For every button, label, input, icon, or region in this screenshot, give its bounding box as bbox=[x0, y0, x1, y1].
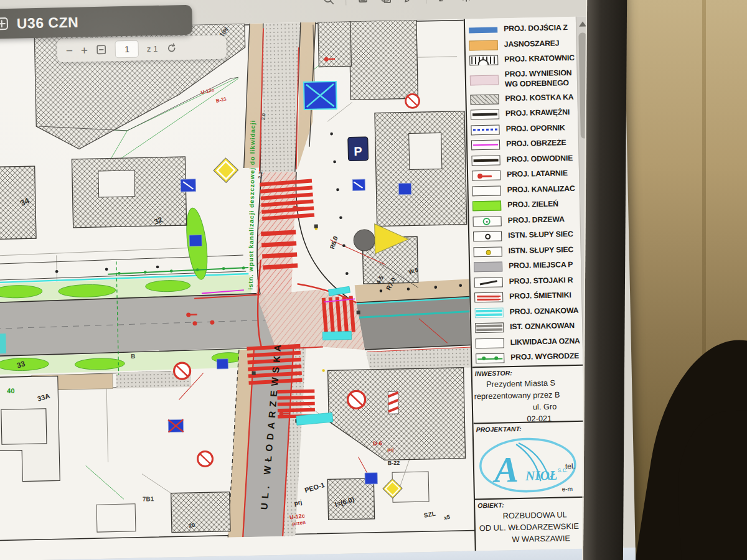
toolbar-divider bbox=[345, 0, 346, 6]
legend-swatch-line-thick bbox=[471, 155, 500, 166]
obiekt-line: W WARSZAWIE bbox=[476, 532, 586, 546]
legend-swatch-empty bbox=[476, 338, 504, 348]
legend-label: PROJ. WYNIESIONWG ODREBNEGO bbox=[505, 68, 572, 90]
map-label: B bbox=[131, 353, 135, 360]
legend-swatch-bars-cyan bbox=[475, 307, 504, 318]
legend-row: PROJ. KOSTKA KA bbox=[470, 90, 577, 107]
zoom-in-button[interactable]: + bbox=[81, 44, 88, 56]
legend-swatch-line-magenta bbox=[471, 140, 500, 151]
page-number-input[interactable]: 1 bbox=[115, 40, 139, 58]
map-label: B-22 bbox=[388, 460, 400, 466]
document-tab-label: U36 CZN bbox=[17, 14, 79, 32]
legend-label: ISTN. SŁUPY SIEC bbox=[508, 230, 573, 241]
legend-panel: PROJ. DOJŚCIA ZJASNOSZAREJPROJ. KRATOWNI… bbox=[464, 17, 587, 551]
legend-swatch-tree bbox=[472, 216, 501, 226]
legend-row: PROJ. DOJŚCIA Z bbox=[469, 21, 576, 38]
legend-label: IST. OZNAKOWAN bbox=[510, 321, 575, 332]
legend-swatch-empty bbox=[472, 185, 500, 196]
legend-row: PROJ. MIEJSCA P bbox=[474, 258, 581, 275]
legend-label: PROJ. KANALIZAC bbox=[507, 184, 575, 195]
projektant-tel: tel. bbox=[565, 462, 575, 470]
document-tab[interactable]: U36 CZN bbox=[0, 5, 192, 39]
logo-letter-a: A bbox=[492, 449, 519, 490]
copy-icon[interactable] bbox=[380, 0, 392, 4]
legend-swatch-grate bbox=[469, 55, 498, 66]
projektant-label: PROJEKTANT: bbox=[473, 421, 584, 434]
legend-label: PROJ. OPORNIK bbox=[505, 123, 565, 134]
legend-row: PROJ. WYGRODZE bbox=[476, 349, 583, 366]
map-label: 7B1 bbox=[143, 495, 154, 502]
legend-row: JASNOSZAREJ bbox=[469, 35, 576, 53]
search-icon[interactable] bbox=[322, 0, 335, 6]
legend-swatch-fence bbox=[476, 353, 504, 364]
legend-label: JASNOSZAREJ bbox=[504, 39, 560, 50]
gear-icon[interactable] bbox=[460, 0, 472, 3]
legend-row: PROJ. KRAWĘŻNI bbox=[471, 105, 578, 123]
legend-swatch-bins bbox=[474, 292, 503, 303]
draw-icon[interactable] bbox=[403, 0, 415, 4]
monitor-screen: Edytuj za p U36 CZN − + 1 z 1 bbox=[0, 0, 636, 560]
legend-row: ISTN. SŁUPY SIEC bbox=[473, 227, 580, 245]
map-canvas[interactable]: UL. WŁODARZEWSKAistn. wpust kanalizacji … bbox=[0, 19, 474, 543]
legend-label: ISTN. SŁUPY SIEC bbox=[508, 245, 573, 256]
toolbar-divider bbox=[426, 0, 426, 4]
map-label: 40 bbox=[7, 387, 14, 394]
legend-row: ISTN. SŁUPY SIEC bbox=[473, 242, 580, 259]
legend-row: PROJ. WYNIESIONWG ODREBNEGO bbox=[469, 66, 577, 92]
map-label: 2.0 bbox=[260, 113, 266, 121]
legend-row: PROJ. KRATOWNIC bbox=[469, 51, 576, 68]
legend-label: PROJ. OZNAKOWA bbox=[510, 306, 579, 317]
legend-row: PROJ. STOJAKI R bbox=[474, 273, 581, 290]
legend-swatch-fill-gray bbox=[474, 262, 502, 273]
photo-of-monitor: Edytuj za p U36 CZN − + 1 z 1 bbox=[0, 0, 747, 560]
legend-swatch-bars-gray bbox=[475, 323, 504, 334]
legend-swatch-fill-pink bbox=[470, 75, 499, 85]
chrome-icon-row bbox=[322, 0, 472, 6]
legend-label: PROJ. ŚMIETNIKI bbox=[509, 291, 571, 302]
pdf-page: UL. WŁODARZEWSKAistn. wpust kanalizacji … bbox=[0, 16, 599, 560]
legend-label: PROJ. ZIELEŃ bbox=[507, 200, 558, 211]
legend-label: PROJ. OBRZEŻE bbox=[506, 138, 566, 149]
legend-swatch-bar-blue bbox=[469, 27, 497, 33]
legend-label: PROJ. ODWODNIE bbox=[506, 154, 573, 165]
pdf-toolbar: − + 1 z 1 bbox=[57, 35, 227, 63]
legend-label: PROJ. DOJŚCIA Z bbox=[504, 23, 568, 34]
legend-row: PROJ. KANALIZAC bbox=[472, 181, 579, 198]
fit-page-icon[interactable] bbox=[96, 44, 107, 55]
projektant-section: PROJEKTANT: A NIOŁ s.c. tel. e-m bbox=[473, 420, 586, 498]
map-label: D-6 bbox=[373, 441, 382, 447]
zoom-out-button[interactable]: − bbox=[66, 44, 73, 56]
legend-row: PROJ. DRZEWA bbox=[472, 212, 580, 229]
legend-row: PROJ. OBRZEŻE bbox=[471, 136, 578, 153]
road-east bbox=[355, 279, 471, 371]
legend-label: PROJ. WYGRODZE bbox=[510, 352, 579, 363]
legend-label: PROJ. DRZEWA bbox=[507, 215, 565, 226]
rotate-icon[interactable] bbox=[166, 42, 177, 54]
inwestor-section: INWESTOR: Prezydent Miasta S reprezentow… bbox=[472, 364, 585, 422]
expand-icon[interactable] bbox=[437, 0, 449, 3]
legend-label: PROJ. KRATOWNIC bbox=[504, 54, 575, 65]
legend-row: LIKWIDACJA OZNA bbox=[476, 334, 583, 351]
map-label: 20 bbox=[189, 522, 195, 529]
legend-label: PROJ. STOJAKI R bbox=[509, 276, 573, 287]
legend-label: PROJ. LATARNIE bbox=[507, 169, 568, 180]
legend-row: PROJ. OZNAKOWA bbox=[474, 303, 581, 320]
legend-swatch-dot-yellow bbox=[474, 246, 502, 257]
legend-row: PROJ. ŚMIETNIKI bbox=[474, 288, 581, 306]
legend-label: PROJ. KOSTKA KA bbox=[505, 93, 573, 104]
document-grid-icon bbox=[0, 16, 9, 31]
legend-swatch-fill-orange bbox=[469, 40, 498, 50]
map-label: 2.3 bbox=[257, 171, 263, 179]
legend-label: LIKWIDACJA OZNA bbox=[510, 337, 580, 348]
legend-row: PROJ. ZIELEŃ bbox=[472, 197, 580, 214]
map-label: P bbox=[354, 144, 362, 158]
map-label: prj bbox=[387, 447, 393, 452]
legend-swatch-lantern bbox=[472, 170, 500, 181]
legend-rows: PROJ. DOJŚCIA ZJASNOSZAREJPROJ. KRATOWNI… bbox=[465, 17, 583, 366]
legend-swatch-rack bbox=[474, 277, 503, 287]
page-total-label: z 1 bbox=[147, 44, 158, 53]
legend-swatch-dot-black bbox=[473, 231, 502, 242]
obiekt-section: OBIEKT: ROZBUDOWA UL OD UL. WŁODARZEWSKI… bbox=[475, 496, 587, 551]
map-label: x5 bbox=[443, 514, 451, 521]
print-icon[interactable] bbox=[357, 0, 369, 5]
